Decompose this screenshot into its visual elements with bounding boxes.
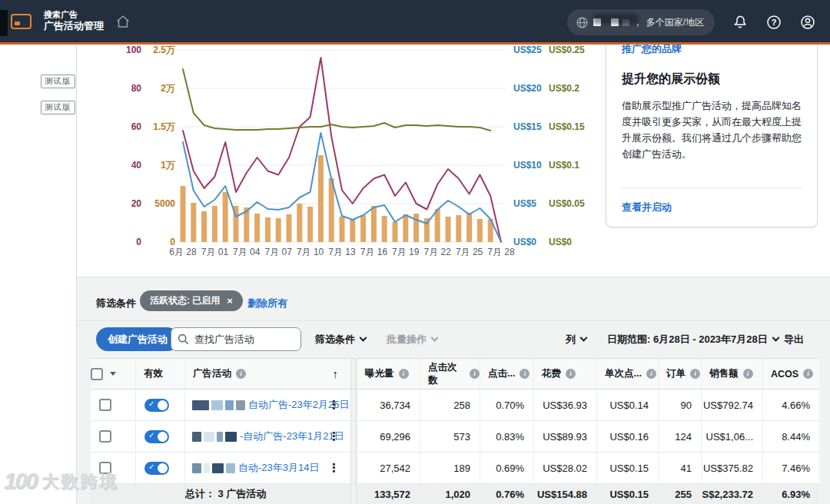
svg-text:US$0.25: US$0.25 — [549, 45, 585, 55]
info-icon[interactable]: i — [236, 369, 246, 379]
svg-text:20: 20 — [131, 198, 142, 209]
info-icon[interactable]: i — [690, 369, 700, 379]
active-toggle[interactable]: ✓ — [144, 399, 169, 412]
product-name: 搜索广告 — [44, 10, 104, 21]
row-checkbox[interactable] — [99, 430, 111, 443]
total-sales: US$2,233.72 — [701, 484, 762, 504]
columns-dropdown[interactable]: 列 — [566, 333, 586, 346]
date-range-dropdown[interactable]: 日期范围: 6月28日 - 2023年7月28日 — [607, 333, 779, 346]
svg-text:0: 0 — [170, 237, 175, 247]
bulk-actions-dropdown[interactable]: 批量操作 — [387, 333, 437, 346]
select-all-checkbox[interactable] — [91, 368, 103, 380]
corner-strip — [0, 10, 8, 36]
promo-divider — [622, 187, 802, 188]
frozen-column-splitter[interactable] — [350, 390, 357, 420]
cell-clicks: 258 — [420, 390, 480, 420]
total-cpc: US$0.15 — [596, 484, 658, 504]
info-icon[interactable]: i — [566, 369, 576, 379]
cell-sales: US$1,06... — [701, 421, 762, 452]
redacted-block — [212, 463, 224, 473]
filter-chip-label: 活跃状态: 已启用 — [150, 294, 220, 307]
info-icon[interactable]: i — [399, 369, 409, 379]
svg-text:2万: 2万 — [161, 83, 175, 94]
campaign-search-input[interactable] — [171, 327, 301, 351]
cell-orders: 124 — [658, 421, 701, 452]
page-title: 搜索广告 广告活动管理 — [44, 10, 104, 33]
col-header-sales[interactable]: 销售额i — [701, 359, 762, 389]
col-header-acos[interactable]: ACOSi — [762, 359, 819, 389]
svg-text:7月 10: 7月 10 — [297, 247, 324, 257]
table-row: ✓ -自动广告-23年1月21日 ⋮ 69,296 573 0.83% US$8… — [91, 421, 819, 453]
frozen-column-splitter[interactable] — [350, 453, 357, 483]
help-icon[interactable]: ? — [765, 14, 782, 31]
cell-impressions: 69,296 — [357, 421, 420, 452]
row-checkbox[interactable] — [99, 399, 111, 411]
redacted-block — [192, 432, 201, 442]
toolbar-divider — [77, 320, 830, 321]
col-header-orders[interactable]: 订单i — [658, 359, 701, 389]
sponsored-ads-logo-icon[interactable] — [11, 14, 32, 29]
filter-dropdown[interactable]: 筛选条件 — [315, 333, 366, 346]
col-header-impressions[interactable]: 曝光量i — [357, 359, 420, 389]
frozen-column-splitter[interactable] — [350, 359, 357, 389]
svg-text:7月 28: 7月 28 — [487, 247, 515, 257]
export-button[interactable]: 导出 — [784, 333, 804, 346]
svg-text:7月 19: 7月 19 — [392, 247, 420, 257]
cell-cpc: US$0.15 — [596, 453, 658, 483]
col-header-ctr[interactable]: 点击...i — [480, 359, 533, 389]
sort-ascending-icon[interactable]: ↑ — [333, 367, 351, 380]
home-icon[interactable] — [115, 13, 131, 30]
create-campaign-button[interactable]: 创建广告活动 — [96, 327, 179, 351]
svg-text:US$0.1: US$0.1 — [549, 160, 579, 171]
campaign-name-link[interactable]: 自动-23年3月14日 — [238, 461, 319, 475]
svg-text:40: 40 — [131, 160, 142, 171]
col-header-clicks[interactable]: 点击次数i — [420, 359, 480, 389]
kebab-menu-icon[interactable]: ⋮ — [328, 429, 340, 443]
chevron-down-icon — [580, 334, 588, 342]
cell-spend: US$89.93 — [533, 421, 596, 452]
kebab-menu-icon[interactable]: ⋮ — [328, 398, 340, 412]
info-icon[interactable]: i — [743, 369, 753, 379]
account-region-selector[interactable]: ， 多个国家/地区 — [567, 9, 715, 35]
total-impressions: 133,572 — [357, 484, 420, 504]
svg-text:US$10: US$10 — [513, 160, 542, 171]
col-header-active[interactable]: 有效 — [135, 359, 184, 389]
total-clicks: 1,020 — [420, 484, 480, 504]
cell-spend: US$28.02 — [533, 453, 596, 483]
notifications-bell-icon[interactable] — [732, 14, 749, 31]
col-header-spend[interactable]: 花费i — [533, 359, 596, 389]
redacted-block — [204, 432, 214, 442]
svg-text:1.5万: 1.5万 — [153, 121, 175, 132]
cell-cpc: US$0.14 — [596, 390, 658, 420]
kebab-menu-icon[interactable]: ⋮ — [328, 461, 340, 475]
svg-text:US$0.15: US$0.15 — [549, 121, 585, 132]
select-menu-caret-icon[interactable] — [110, 372, 116, 376]
svg-text:5000: 5000 — [154, 198, 175, 209]
redacted-campaign-prefix — [192, 463, 235, 473]
info-icon[interactable]: i — [520, 369, 530, 379]
active-toggle[interactable]: ✓ — [144, 430, 169, 443]
filter-chip-active-enabled[interactable]: 活跃状态: 已启用 × — [140, 290, 243, 311]
col-header-cpc[interactable]: 单次点...i — [596, 359, 658, 389]
clear-all-filters-link[interactable]: 删除所有 — [247, 297, 287, 310]
redacted-block — [225, 400, 234, 410]
redacted-campaign-prefix — [192, 432, 237, 442]
info-icon[interactable]: i — [803, 369, 813, 379]
info-icon[interactable]: i — [646, 369, 656, 379]
table-row: ✓ 自动-23年3月14日 ⋮ 27,542 189 0.69% US$28.0… — [91, 453, 819, 484]
promo-card: 推广您的品牌 提升您的展示份额 借助展示型推广广告活动，提高品牌知名度并吸引更多… — [606, 31, 818, 227]
col-header-campaign[interactable]: 广告活动i ↑ — [184, 359, 350, 389]
cell-clicks: 189 — [420, 453, 480, 483]
svg-text:US$15: US$15 — [513, 121, 542, 132]
svg-text:US$20: US$20 — [513, 83, 542, 94]
frozen-column-splitter[interactable] — [350, 421, 357, 452]
table-row: ✓ 自动广告-23年2月26日 ⋮ 36,734 258 0.70% US$36… — [91, 390, 819, 421]
info-icon[interactable]: i — [470, 369, 480, 379]
active-toggle[interactable]: ✓ — [144, 462, 169, 475]
row-checkbox[interactable] — [99, 462, 111, 474]
account-icon[interactable] — [799, 14, 816, 31]
cell-sales: US$375.82 — [701, 453, 762, 483]
filter-chip-close-icon[interactable]: × — [227, 295, 233, 307]
promo-cta-link[interactable]: 查看并启动 — [622, 201, 802, 214]
cell-acos: 4.66% — [762, 390, 819, 420]
